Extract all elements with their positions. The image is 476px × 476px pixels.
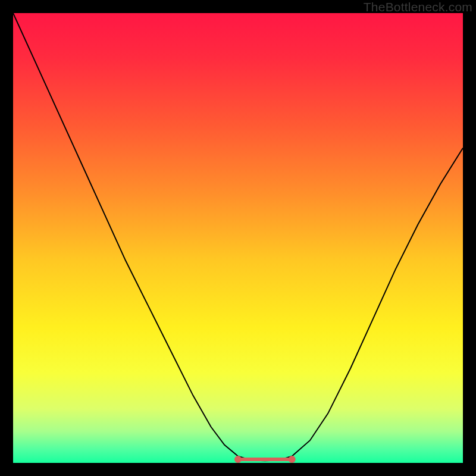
bottleneck-chart bbox=[13, 13, 463, 463]
plot-area bbox=[13, 13, 463, 463]
chart-container: TheBottleneck.com bbox=[0, 0, 476, 476]
gradient-background bbox=[13, 13, 463, 463]
svg-point-1 bbox=[234, 456, 242, 463]
svg-point-2 bbox=[289, 456, 296, 463]
watermark-text: TheBottleneck.com bbox=[364, 0, 472, 14]
